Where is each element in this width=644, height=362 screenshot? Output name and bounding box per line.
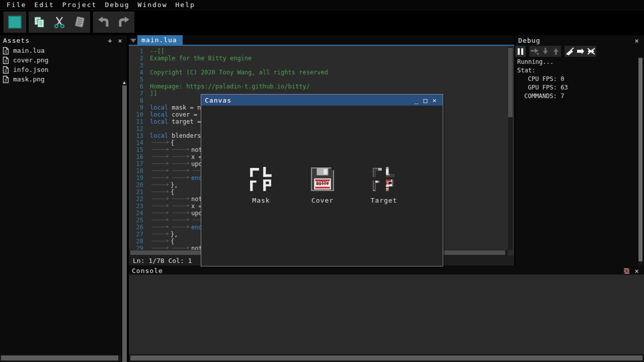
toggle-breakpoint-button[interactable]: [565, 46, 575, 57]
maximize-button[interactable]: □: [421, 97, 430, 104]
copy-button[interactable]: [30, 13, 48, 31]
code-token: target =: [168, 118, 204, 125]
code-token: mask = n: [168, 104, 201, 111]
minimize-button[interactable]: _: [412, 97, 421, 104]
step-over-button[interactable]: [529, 46, 540, 57]
indent-guide-icon: [171, 160, 191, 166]
editor-vertical-scrollbar[interactable]: [508, 47, 513, 250]
menu-item-project[interactable]: Project: [58, 1, 101, 9]
debug-group-pause: [515, 46, 526, 57]
line-number: 19: [129, 174, 143, 182]
line-number: 12: [129, 125, 143, 132]
toolbar-group-edit: [29, 12, 90, 33]
stat-label: CPU FPS:: [517, 75, 557, 83]
tab-list-dropdown-button[interactable]: [129, 35, 137, 46]
breakpoint-arrow-icon: [576, 47, 585, 55]
canvas-item-label: Cover: [311, 197, 334, 204]
undo-button[interactable]: [95, 13, 113, 31]
step-into-button[interactable]: [540, 46, 550, 57]
indent-guide-icon: [150, 210, 171, 215]
asset-item-main.lua[interactable]: main.lua: [0, 46, 127, 55]
asset-item-info.json[interactable]: info.json: [0, 65, 127, 74]
document-icon: [3, 66, 10, 74]
asset-item-label: info.json: [13, 66, 48, 73]
debug-close-button[interactable]: ×: [633, 37, 641, 45]
assets-close-button[interactable]: ×: [116, 37, 124, 45]
indent-guide-icon: [150, 146, 171, 152]
paste-button[interactable]: [70, 13, 89, 31]
redo-button[interactable]: [115, 13, 133, 31]
stat-line: COMMANDS: 7: [517, 92, 568, 101]
cut-icon: [53, 16, 66, 29]
run-icon: [8, 16, 22, 29]
menu-item-help[interactable]: Help: [172, 1, 199, 9]
step-into-icon: [542, 47, 549, 55]
scrollbar-thumb[interactable]: [638, 58, 642, 261]
indent-guide-icon: [150, 153, 171, 159]
indent-guide-icon: [150, 182, 171, 187]
canvas-window[interactable]: Canvas _ □ × Mask: [201, 94, 443, 266]
clear-breakpoints-button[interactable]: [586, 46, 596, 57]
tab-main-lua[interactable]: main.lua: [137, 35, 183, 46]
assets-horizontal-scrollbar[interactable]: [0, 355, 121, 361]
menu-item-debug[interactable]: Debug: [101, 1, 133, 9]
code-token: local: [150, 104, 168, 111]
code-token: Homepage: https://paladin-t.github.io/bi…: [150, 83, 310, 90]
debug-title: Debug: [518, 37, 540, 44]
debug-vertical-scrollbar[interactable]: [638, 58, 642, 265]
line-number: 16: [129, 153, 143, 160]
menu-item-file[interactable]: File: [3, 1, 30, 9]
stat-line: CPU FPS: 0: [517, 75, 568, 83]
step-out-button[interactable]: [550, 46, 561, 57]
scrollbar-thumb[interactable]: [122, 85, 127, 362]
cut-button[interactable]: [50, 13, 68, 31]
asset-item-cover.png[interactable]: cover.png: [0, 55, 127, 65]
scrollbar-thumb[interactable]: [130, 355, 642, 360]
console-close-button[interactable]: ×: [633, 267, 641, 275]
scrollbar-thumb[interactable]: [1, 355, 118, 360]
line-number: 7: [129, 90, 143, 97]
breakpoint-button[interactable]: [575, 46, 586, 57]
console-horizontal-scrollbar[interactable]: [129, 355, 644, 361]
canvas-titlebar[interactable]: Canvas _ □ ×: [201, 95, 443, 106]
cover-image: BITTY: [310, 167, 335, 192]
debug-toolbar: [515, 46, 644, 58]
document-icon: [3, 75, 10, 83]
assets-panel: Assets + × main.luacover.pnginfo.jsonmas…: [0, 35, 127, 362]
code-token: ]]: [150, 90, 157, 97]
line-number: 10: [129, 111, 143, 118]
stat-value: 0: [557, 75, 564, 82]
menu-item-edit[interactable]: Edit: [30, 1, 58, 9]
line-number: 6: [129, 83, 143, 90]
line-number: 9: [129, 104, 143, 111]
copy-icon: [33, 16, 46, 29]
console-title: Console: [132, 267, 163, 275]
line-number: 29: [129, 245, 143, 250]
line-number: 14: [129, 139, 143, 146]
console-output[interactable]: [129, 275, 644, 354]
asset-item-mask.png[interactable]: mask.png: [0, 74, 127, 84]
line-number: 20: [129, 182, 143, 189]
assets-vertical-scrollbar[interactable]: [122, 80, 127, 362]
line-number: 15: [129, 146, 143, 153]
indent-guide-icon: [150, 160, 171, 166]
run-button[interactable]: [6, 13, 24, 31]
assets-header: Assets + ×: [0, 35, 127, 46]
pause-button[interactable]: [515, 46, 526, 57]
indent-guide-icon: [171, 203, 191, 208]
code-line: 2Example for the Bitty engine: [129, 55, 507, 62]
canvas-title: Canvas: [205, 97, 231, 104]
line-number: 26: [129, 224, 143, 231]
pause-icon: [518, 48, 523, 55]
canvas-close-button[interactable]: ×: [430, 97, 439, 104]
cursor-position: Ln: 1/78 Col: 1: [133, 257, 192, 264]
redo-icon: [117, 16, 131, 29]
indent-guide-icon: [171, 167, 191, 173]
scrollbar-thumb[interactable]: [508, 48, 513, 117]
clear-console-button[interactable]: [623, 267, 631, 275]
menu-item-window[interactable]: Window: [134, 1, 172, 9]
add-asset-button[interactable]: +: [106, 37, 114, 45]
asset-item-label: main.lua: [13, 47, 45, 54]
line-number: 5: [129, 76, 143, 83]
indent-guide-icon: [171, 210, 191, 215]
